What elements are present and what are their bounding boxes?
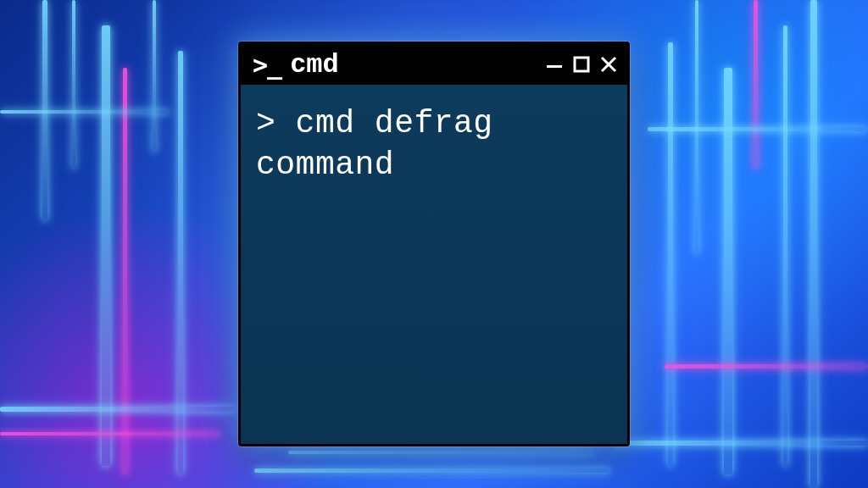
close-button[interactable]: [598, 54, 619, 75]
maximize-button[interactable]: [571, 54, 592, 75]
maximize-icon: [572, 55, 591, 74]
terminal-icon: >_: [253, 50, 281, 80]
window-controls: [544, 54, 619, 75]
command-line: > cmd defrag command: [256, 103, 612, 186]
terminal-body[interactable]: > cmd defrag command: [241, 85, 627, 444]
titlebar[interactable]: >_ cmd: [241, 44, 627, 85]
close-icon: [599, 55, 618, 74]
window-title: cmd: [290, 49, 536, 80]
svg-rect-1: [575, 58, 588, 71]
minimize-icon: [545, 55, 564, 74]
prompt-symbol: >: [256, 105, 296, 141]
minimize-button[interactable]: [544, 54, 565, 75]
terminal-window: >_ cmd > cmd defrag command: [238, 42, 630, 446]
svg-rect-0: [547, 65, 562, 68]
